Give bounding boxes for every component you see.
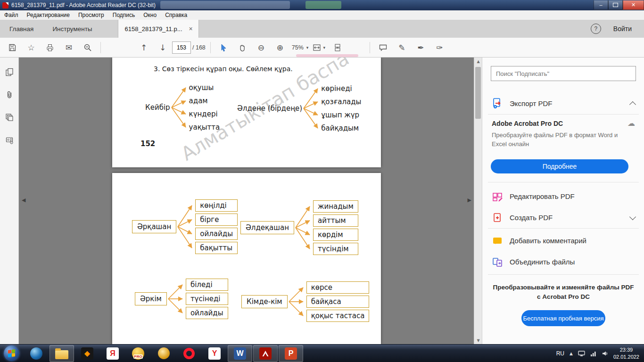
close-button[interactable]: ✕ <box>623 0 644 10</box>
taskbar-app-browser[interactable] <box>24 345 49 362</box>
volume-tray-icon[interactable] <box>602 351 608 356</box>
taskbar-app-yandex[interactable]: Я <box>100 345 125 362</box>
star-favorites-button[interactable]: ☆ <box>23 41 40 55</box>
minimize-button[interactable]: – <box>594 0 608 10</box>
export-pdf-item[interactable]: Экспорт PDF <box>482 92 644 114</box>
language-indicator[interactable]: RU <box>556 350 564 357</box>
highlight-tool-button[interactable]: ✎ <box>393 41 410 55</box>
diagram-leaf-word: біледі <box>186 279 228 291</box>
zoom-in-button[interactable]: ⊕ <box>272 41 289 55</box>
save-button[interactable] <box>4 41 21 55</box>
sign-in-link[interactable]: Войти <box>613 25 632 33</box>
scroll-mode-button[interactable] <box>329 41 346 55</box>
sign-pen-button[interactable]: ✒ <box>412 41 429 55</box>
document-view[interactable]: Алматыкітап баспа 3. Сөз тіркесін құрап … <box>19 58 482 344</box>
print-button[interactable] <box>41 41 58 55</box>
email-button[interactable]: ✉ <box>60 41 77 55</box>
next-page-button[interactable]: ↓ <box>154 41 171 55</box>
acrobat-promo-text: Преобразовывайте и изменяйте файлы PDF с… <box>493 283 634 301</box>
chevron-up-icon[interactable] <box>629 101 636 107</box>
page-number-input[interactable] <box>172 41 191 54</box>
select-tool-button[interactable] <box>215 41 232 55</box>
divider <box>488 182 639 182</box>
tools-panel: Экспорт PDF Adobe Acrobat Pro DC ☁ Преоб… <box>482 58 644 344</box>
powerpoint-icon: P <box>285 347 297 360</box>
print-production-icon[interactable]: i <box>5 136 14 144</box>
combine-files-item[interactable]: Объединить файлы <box>482 251 644 272</box>
add-comment-icon <box>492 235 503 247</box>
menu-sign[interactable]: Подпись <box>108 10 140 20</box>
background-window-artifact <box>160 1 290 9</box>
windows-logo-icon <box>8 349 15 357</box>
zoom-out-button[interactable]: ⊖ <box>253 41 270 55</box>
toolbar-highlight-artifact <box>296 54 358 57</box>
zoom-level-dropdown[interactable]: 75% ▾ <box>290 41 309 55</box>
scrollbar-thumb[interactable] <box>475 67 481 119</box>
diagram-arrows <box>168 278 186 320</box>
taskbar-app-word[interactable]: W <box>228 345 252 362</box>
tools-search-input[interactable] <box>491 66 636 81</box>
fit-width-dropdown[interactable]: ▾ <box>310 41 327 55</box>
menu-help[interactable]: Справка <box>161 10 191 20</box>
scroll-down-arrow[interactable]: ▼ <box>474 337 482 344</box>
diagram-leaf-word: бірге <box>195 214 238 226</box>
taskbar-app-explorer[interactable] <box>50 345 74 362</box>
start-button[interactable] <box>4 346 19 361</box>
layers-icon[interactable] <box>5 113 14 122</box>
comment-button[interactable] <box>374 41 391 55</box>
menu-file[interactable]: Файл <box>0 10 23 20</box>
add-comment-item[interactable]: Добавить комментарий <box>482 230 644 251</box>
hand-tool-button[interactable] <box>234 41 251 55</box>
display-tray-icon[interactable] <box>578 351 585 356</box>
tray-expand-arrow[interactable]: ▲ <box>570 351 573 356</box>
collapse-left-panel-arrow[interactable]: ◀ <box>22 197 25 203</box>
chevron-down-icon[interactable] <box>629 213 636 220</box>
diagram-root-word: Әрқашан <box>132 220 176 233</box>
taskbar-app-yandex-browser[interactable]: Y <box>202 345 227 362</box>
page-thumbnails-icon[interactable] <box>5 68 14 76</box>
word-diagram-arkim: Әркімбіледітүсінедіойлайды <box>135 278 228 320</box>
combine-files-icon <box>492 256 503 268</box>
search-button[interactable] <box>79 41 96 55</box>
menu-view[interactable]: Просмотр <box>74 10 108 20</box>
taskbar-app-coin[interactable] <box>151 345 176 362</box>
scroll-pages-icon <box>333 43 342 52</box>
help-icon[interactable]: ? <box>591 24 601 34</box>
diagram-leaf-word: көңілді <box>195 199 238 212</box>
diagram-arrows <box>177 198 195 255</box>
opera-icon <box>183 348 195 359</box>
fill-sign-button[interactable]: ✑ <box>431 41 448 55</box>
clock-time: 23:39 <box>613 346 639 354</box>
taskbar-app-antivirus[interactable]: ◆ <box>75 345 99 362</box>
taskbar-app-opera[interactable] <box>177 345 201 362</box>
vertical-scrollbar[interactable]: ▲ ▼ <box>474 58 482 344</box>
free-trial-button[interactable]: Бесплатная пробная версия <box>521 310 605 326</box>
diagram-leaf-word: байқаса <box>306 296 370 308</box>
clock[interactable]: 23:39 02.01.2022 <box>613 346 639 361</box>
create-pdf-item[interactable]: Создать PDF <box>482 207 644 228</box>
menu-edit[interactable]: Редактирование <box>23 10 74 20</box>
menu-window[interactable]: Окно <box>139 10 161 20</box>
attachments-icon[interactable] <box>5 90 14 99</box>
diagram-leaf-word: уақытта <box>189 121 220 134</box>
maximize-button[interactable] <box>608 0 623 10</box>
edit-pdf-item[interactable]: Редактировать PDF <box>482 186 644 207</box>
more-details-button[interactable]: Подробнее <box>491 159 628 173</box>
collapse-right-panel-arrow[interactable]: ▶ <box>468 197 471 203</box>
taskbar-app-pro[interactable]: PRO <box>126 345 150 362</box>
tab-tools[interactable]: Инструменты <box>43 20 101 38</box>
diagram-leaf-word: байқадым <box>321 122 361 135</box>
scroll-up-arrow[interactable]: ▲ <box>474 58 482 65</box>
taskbar-app-acrobat[interactable] <box>253 345 278 362</box>
system-tray: RU ▲ 23:39 02.01.2022 <box>556 346 644 361</box>
diagram-leaf-word: айттым <box>313 214 358 227</box>
tab-bar: Главная Инструменты 6158_281379_11.p... … <box>0 20 644 38</box>
tab-document[interactable]: 6158_281379_11.p... × <box>118 20 199 38</box>
tab-home[interactable]: Главная <box>0 20 43 38</box>
close-tab-icon[interactable]: × <box>189 25 193 33</box>
folder-icon <box>55 350 68 359</box>
previous-page-button[interactable]: ↑ <box>135 41 152 55</box>
diagram-arrows <box>295 199 313 256</box>
network-tray-icon[interactable] <box>590 351 597 356</box>
taskbar-app-powerpoint[interactable]: P <box>279 345 303 362</box>
